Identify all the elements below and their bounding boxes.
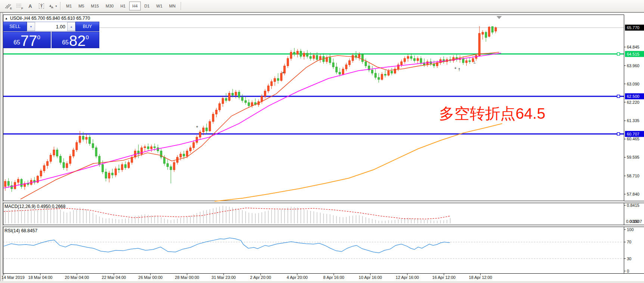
- candle: [173, 162, 175, 170]
- candle: [495, 28, 497, 31]
- candle: [47, 161, 49, 165]
- price-axis-label: 60.465: [627, 137, 640, 141]
- level-line-handle[interactable]: [617, 53, 620, 55]
- candle: [69, 156, 71, 164]
- macd-indicator-label: MACD(12,26,9) 0.4950 0.2668: [4, 204, 65, 209]
- candle: [238, 92, 240, 97]
- date-axis-label: 31 Mar 23:00: [212, 275, 236, 280]
- candle: [319, 56, 321, 59]
- timeframe-button-H1[interactable]: H1: [117, 1, 128, 10]
- spinner-up-icon: ▲: [70, 25, 73, 28]
- candle: [384, 74, 386, 75]
- tool-e-label: E: [10, 7, 12, 10]
- text-label-tool-button[interactable]: T: [36, 1, 47, 11]
- candle: [40, 171, 42, 176]
- timeframe-button-D1[interactable]: D1: [141, 1, 153, 10]
- arrows-tool-button[interactable]: ▼: [47, 1, 58, 11]
- text-tool-icon: A: [28, 3, 32, 9]
- candle: [43, 166, 45, 171]
- date-axis-label: 22 Mar 04:00: [102, 275, 126, 280]
- timeframe-button-MN[interactable]: MN: [166, 1, 178, 10]
- candle: [309, 56, 311, 59]
- collapse-arrow-icon[interactable]: ▲: [5, 17, 8, 20]
- candle: [267, 86, 269, 91]
- candle: [212, 114, 214, 122]
- candle: [401, 62, 402, 65]
- candle: [251, 103, 253, 106]
- candle: [222, 99, 224, 104]
- candle: [209, 121, 211, 131]
- date-axis-label: 18 Apr 12:00: [469, 275, 492, 280]
- price-axis-label: 63.090: [627, 82, 640, 86]
- candle: [339, 72, 341, 74]
- candle: [21, 179, 22, 187]
- current-price-label: 65.770: [627, 25, 640, 30]
- candle: [82, 136, 84, 139]
- level-line-handle[interactable]: [617, 95, 620, 97]
- ask-price-box[interactable]: 65 82 0: [52, 32, 99, 48]
- volume-decrease-button[interactable]: ▼: [27, 22, 35, 31]
- toolbar: E F A T ▼ M1M5M15M30H1H4D1W1MN: [0, 0, 644, 12]
- timeframe-button-W1[interactable]: W1: [153, 1, 166, 10]
- candle: [199, 132, 201, 137]
- candle: [50, 155, 52, 161]
- date-axis-label: 2 Apr 20:00: [250, 275, 271, 280]
- candle: [53, 150, 55, 155]
- timeframe-button-H4[interactable]: H4: [129, 1, 140, 10]
- buy-button[interactable]: BUY: [75, 22, 99, 31]
- candle: [112, 173, 113, 175]
- candle: [381, 74, 383, 80]
- candle: [488, 27, 490, 36]
- candle: [407, 56, 409, 59]
- macd-scale-top-label: 0.8415: [627, 203, 640, 208]
- one-click-trade-panel: SELL ▼ ▲ BUY 65 77 0: [3, 22, 99, 48]
- volume-input[interactable]: [35, 22, 67, 31]
- volume-increase-button[interactable]: ▲: [67, 22, 75, 31]
- window-bottom-strip: [0, 281, 644, 283]
- candle: [157, 148, 159, 151]
- candle: [374, 73, 376, 77]
- candle: [371, 70, 373, 73]
- text-tool-button[interactable]: A: [25, 1, 35, 11]
- timeframe-group: M1M5M15M30H1H4D1W1MN: [63, 1, 179, 10]
- candle: [17, 179, 19, 182]
- price-axis-label: 59.595: [627, 155, 640, 159]
- candle: [193, 143, 195, 148]
- trade-buttons-row: SELL ▼ ▲ BUY: [3, 22, 99, 31]
- timeframe-button-M30[interactable]: M30: [103, 1, 116, 10]
- candle: [332, 63, 334, 67]
- candle: [89, 137, 91, 144]
- candle: [7, 181, 9, 186]
- candle: [264, 91, 266, 96]
- price-axis-label: 62.220: [627, 100, 640, 105]
- candle: [206, 128, 208, 131]
- candle: [362, 54, 364, 62]
- level-price-label: 64.515: [627, 52, 640, 56]
- candle: [307, 53, 308, 56]
- timeframe-button-M5[interactable]: M5: [75, 1, 87, 10]
- candle: [66, 164, 68, 168]
- level-price-label: 62.500: [627, 94, 640, 99]
- candle: [417, 59, 419, 61]
- candle: [287, 59, 289, 66]
- candle: [336, 67, 337, 72]
- fibonacci-tool-button[interactable]: F: [14, 1, 24, 11]
- candle: [85, 137, 87, 140]
- timeframe-button-M15[interactable]: M15: [88, 1, 102, 10]
- timeframe-button-M1[interactable]: M1: [63, 1, 75, 10]
- arrows-dropdown-caret-icon[interactable]: ▼: [55, 5, 57, 7]
- candle: [118, 169, 120, 170]
- bid-price-box[interactable]: 65 77 0: [3, 32, 51, 48]
- candle: [56, 150, 58, 156]
- trade-marker: ⊥: [473, 60, 476, 64]
- date-axis-label: 12 Apr 16:00: [396, 275, 419, 280]
- equidistant-channel-tool-button[interactable]: E: [3, 1, 13, 11]
- candle: [4, 181, 6, 187]
- candle: [99, 156, 100, 165]
- candle: [345, 65, 347, 69]
- candle: [485, 32, 487, 37]
- sell-button[interactable]: SELL: [3, 22, 27, 31]
- candle: [183, 154, 185, 156]
- level-line-handle[interactable]: [617, 133, 620, 135]
- candle: [492, 27, 494, 32]
